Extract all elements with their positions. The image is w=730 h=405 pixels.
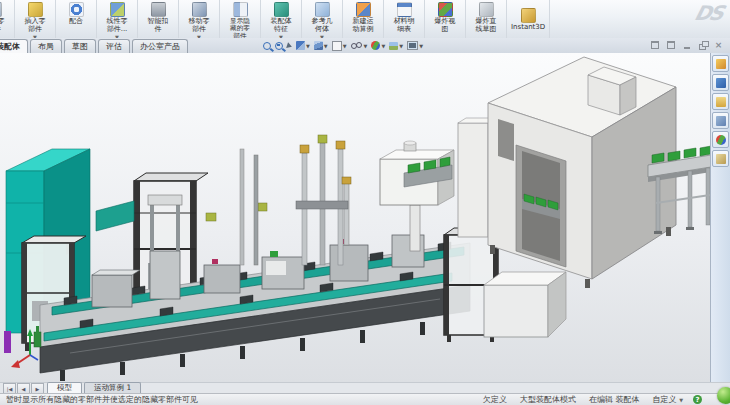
define-state-label: 欠定义 [483, 394, 507, 405]
model-motion-tab-bar: |◀ ◀ ▶ 模型 运动算例 1 [0, 382, 730, 393]
view-orientation-button[interactable]: ▼ [314, 41, 328, 50]
command-manager-tab-row: 装配体 布局 草图 评估 办公室产品 ▼ ▼ ▼ ▼ ▼ ▼ ▼ × [0, 38, 730, 54]
instant3d-button[interactable]: Instant3D [507, 0, 550, 38]
bill-of-materials-icon [397, 2, 412, 17]
solidworks-resources-button[interactable] [712, 55, 729, 72]
hide-show-items-button[interactable]: ▼ [351, 43, 368, 49]
reference-geometry-button[interactable]: 参考几 何体 ▼ [302, 0, 343, 38]
assembly-3d-model[interactable] [0, 53, 711, 382]
zoom-to-fit-button[interactable] [263, 42, 271, 50]
insert-components-button[interactable]: 插入零 部件 ▼ [15, 0, 56, 38]
display-style-button[interactable]: ▼ [332, 41, 347, 51]
editing-assembly-label: 在编辑 装配体 [589, 394, 640, 405]
units-dropdown[interactable]: 自定义 ▼ [653, 394, 683, 405]
file-explorer-button[interactable] [712, 93, 729, 110]
tab-evaluate[interactable]: 评估 [98, 39, 130, 53]
apply-scene-icon [389, 42, 398, 50]
zoom-to-area-icon [275, 42, 283, 50]
previous-view-button[interactable] [287, 43, 292, 49]
instant3d-icon [521, 8, 536, 23]
tab-model[interactable]: 模型 [47, 382, 82, 393]
move-component-icon [192, 2, 207, 17]
command-manager-ribbon: 编辑零 部件 插入零 部件 ▼ 配合 线性零 部件... ▼ 智能扣 件 移动零… [0, 0, 730, 39]
mate-button[interactable]: 配合 [56, 0, 97, 38]
help-icon[interactable]: ? [693, 395, 702, 404]
tab-assembly[interactable]: 装配体 [0, 39, 28, 53]
view-settings-icon [407, 41, 418, 50]
assembly-features-button[interactable]: 装配体 特征 ▼ [261, 0, 302, 38]
view-palette-button[interactable] [712, 112, 729, 129]
linear-component-pattern-button[interactable]: 线性零 部件... ▼ [97, 0, 138, 38]
bill-of-materials-button[interactable]: 材料明 细表 [384, 0, 425, 38]
units-label: 自定义 [653, 395, 677, 404]
exit-conveyor[interactable] [648, 146, 711, 234]
view-settings-button[interactable]: ▼ [407, 41, 423, 50]
edit-component-label: 编辑零 部件 [0, 18, 5, 34]
heads-up-view-toolbar: ▼ ▼ ▼ ▼ ▼ ▼ ▼ [263, 39, 423, 52]
explode-line-sketch-button[interactable]: 爆炸直 线草图 [466, 0, 507, 38]
linear-pattern-icon [110, 2, 125, 17]
edit-appearance-icon [371, 41, 380, 50]
window-restore-button[interactable] [697, 40, 708, 50]
graphics-area[interactable] [0, 53, 730, 382]
zoom-to-area-button[interactable] [275, 42, 283, 50]
design-library-button[interactable] [712, 74, 729, 91]
exploded-view-button[interactable]: 爆炸视 图 [425, 0, 466, 38]
edit-appearance-button[interactable]: ▼ [371, 41, 385, 50]
document-window-buttons: × [649, 40, 724, 50]
appearances-scenes-icon [716, 135, 726, 145]
large-assembly-mode-label: 大型装配体模式 [520, 394, 576, 405]
view-palette-icon [716, 116, 726, 126]
green-ramp[interactable] [96, 201, 134, 231]
sheet-nav-next-button[interactable]: ▶ [31, 383, 44, 393]
window-minimize-button[interactable] [681, 40, 692, 50]
window-close-button[interactable]: × [713, 40, 724, 50]
solidworks-window: 编辑零 部件 插入零 部件 ▼ 配合 线性零 部件... ▼ 智能扣 件 移动零… [0, 0, 730, 405]
tab-sketch[interactable]: 草图 [64, 39, 96, 53]
section-view-button[interactable]: ▼ [296, 41, 310, 50]
display-style-icon [332, 41, 342, 51]
window-pane-icon [667, 41, 675, 49]
section-view-icon [296, 41, 305, 50]
sheet-nav-prev-button[interactable]: ◀ [17, 383, 30, 393]
design-library-icon [716, 78, 726, 88]
new-motion-study-button[interactable]: 新建运 动算例 [343, 0, 384, 38]
tab-office-products[interactable]: 办公室产品 [132, 39, 188, 53]
window-restore-icon [699, 44, 706, 50]
hopper[interactable] [380, 141, 454, 251]
window-minimize-icon [684, 47, 690, 49]
previous-view-icon [286, 42, 293, 49]
show-hidden-components-button[interactable]: 显示隐 藏的零 部件 [220, 0, 261, 38]
tab-motion-study-1[interactable]: 运动算例 1 [84, 382, 141, 393]
zoom-to-fit-icon [263, 42, 271, 50]
mate-icon [69, 2, 84, 17]
file-explorer-icon [716, 97, 726, 107]
window-pane-button-2[interactable] [665, 40, 676, 50]
command-manager-tabs: 装配体 布局 草图 评估 办公室产品 [0, 39, 190, 53]
status-message: 暂时显示所有隐藏的零部件并使选定的隐藏零部件可见 [6, 394, 470, 405]
machine-enclosure[interactable] [458, 57, 676, 288]
window-pane-icon [651, 41, 659, 49]
assembly-features-icon [274, 2, 289, 17]
edit-component-button[interactable]: 编辑零 部件 [0, 0, 15, 38]
tab-layout[interactable]: 布局 [30, 39, 62, 53]
sheet-nav-first-button[interactable]: |◀ [3, 383, 16, 393]
insert-components-icon [28, 2, 43, 17]
recorder-badge-icon [717, 387, 730, 404]
reference-geometry-icon [315, 2, 330, 17]
move-component-button[interactable]: 移动零 部件 ▼ [179, 0, 220, 38]
custom-properties-icon [716, 154, 726, 164]
custom-properties-button[interactable] [712, 150, 729, 167]
dassault-systemes-logo: DS [692, 1, 725, 25]
apply-scene-button[interactable]: ▼ [389, 42, 403, 50]
exploded-view-icon [438, 2, 453, 17]
hide-show-items-icon [351, 43, 357, 49]
window-pane-button[interactable] [649, 40, 660, 50]
show-hidden-components-icon [233, 2, 248, 17]
explode-line-sketch-icon [479, 2, 494, 17]
appearances-scenes-button[interactable] [712, 131, 729, 148]
pedestal-box[interactable] [484, 272, 566, 337]
edit-component-icon [0, 2, 2, 17]
solidworks-resources-icon [716, 59, 726, 69]
smart-fasteners-button[interactable]: 智能扣 件 [138, 0, 179, 38]
